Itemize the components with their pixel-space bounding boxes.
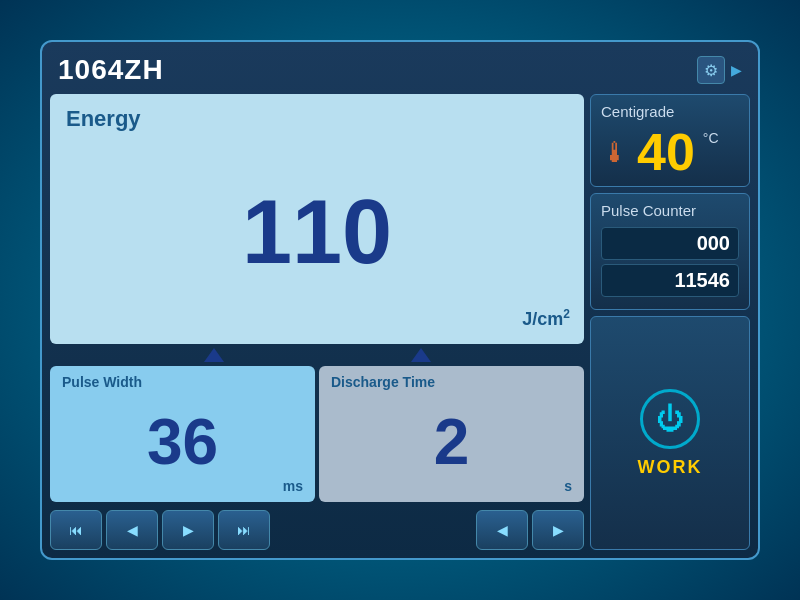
pulse-width-value: 36 (147, 405, 218, 479)
discharge-time-value-container: 2 (331, 390, 572, 494)
header: 1064ZH ⚙ ▶ (50, 50, 750, 94)
energy-value: 110 (242, 187, 392, 277)
discharge-time-label: Discharge Time (331, 374, 572, 390)
next-icon: ▶ (183, 522, 194, 538)
power-icon: ⏻ (640, 389, 700, 449)
discharge-time-unit: s (564, 478, 572, 494)
energy-value-container: 110 (66, 132, 568, 332)
main-panel: 1064ZH ⚙ ▶ Energy 110 J/cm2 (40, 40, 760, 560)
power-symbol: ⏻ (656, 402, 684, 435)
work-label: WORK (638, 457, 703, 478)
next-button[interactable]: ▶ (162, 510, 214, 550)
centigrade-value-row: 🌡 40 °C (601, 126, 739, 178)
fast-forward-icon: ⏭ (237, 522, 251, 538)
centigrade-label: Centigrade (601, 103, 739, 120)
prev-icon: ◀ (127, 522, 138, 538)
content-row: Energy 110 J/cm2 Pulse Width 36 (50, 94, 750, 550)
pulse-width-label: Pulse Width (62, 374, 303, 390)
thermometer-icon: 🌡 (601, 136, 629, 169)
pulse-width-unit: ms (283, 478, 303, 494)
pulse-counter-value1: 000 (601, 227, 739, 260)
pulse-counter-box: Pulse Counter 000 11546 (590, 193, 750, 310)
pulse-width-value-container: 36 (62, 390, 303, 494)
arrow-indicators (50, 348, 584, 362)
temp-unit: °C (703, 130, 719, 146)
gear-icon: ⚙ (704, 61, 718, 80)
pulse-counter-value2: 11546 (601, 264, 739, 297)
centigrade-box: Centigrade 🌡 40 °C (590, 94, 750, 187)
controls-row: ⏮ ◀ ▶ ⏭ ◀ ▶ (50, 510, 584, 550)
left-button[interactable]: ◀ (476, 510, 528, 550)
prev-button[interactable]: ◀ (106, 510, 158, 550)
temperature-value: 40 (637, 126, 695, 178)
energy-display: Energy 110 J/cm2 (50, 94, 584, 344)
arrow-up-left (204, 348, 224, 362)
left-panel: Energy 110 J/cm2 Pulse Width 36 (50, 94, 584, 550)
left-controls: ⏮ ◀ ▶ ⏭ (50, 510, 472, 550)
header-icons: ⚙ ▶ (697, 56, 742, 84)
right-icon: ▶ (553, 522, 564, 538)
energy-label: Energy (66, 106, 568, 132)
work-button[interactable]: ⏻ WORK (590, 316, 750, 550)
rewind-icon: ⏮ (69, 522, 83, 538)
pulse-width-box: Pulse Width 36 ms (50, 366, 315, 502)
pulse-counter-label: Pulse Counter (601, 202, 739, 219)
discharge-time-value: 2 (434, 405, 470, 479)
arrow-up-right (411, 348, 431, 362)
discharge-time-box: Discharge Time 2 s (319, 366, 584, 502)
metrics-row: Pulse Width 36 ms Discharge Time 2 s (50, 366, 584, 502)
energy-unit: J/cm2 (522, 307, 570, 330)
device-title: 1064ZH (58, 54, 164, 86)
fast-forward-button[interactable]: ⏭ (218, 510, 270, 550)
left-icon: ◀ (497, 522, 508, 538)
settings-button[interactable]: ⚙ (697, 56, 725, 84)
rewind-button[interactable]: ⏮ (50, 510, 102, 550)
right-panel: Centigrade 🌡 40 °C Pulse Counter 000 115… (590, 94, 750, 550)
right-controls: ◀ ▶ (476, 510, 584, 550)
right-button[interactable]: ▶ (532, 510, 584, 550)
play-icon: ▶ (731, 62, 742, 78)
